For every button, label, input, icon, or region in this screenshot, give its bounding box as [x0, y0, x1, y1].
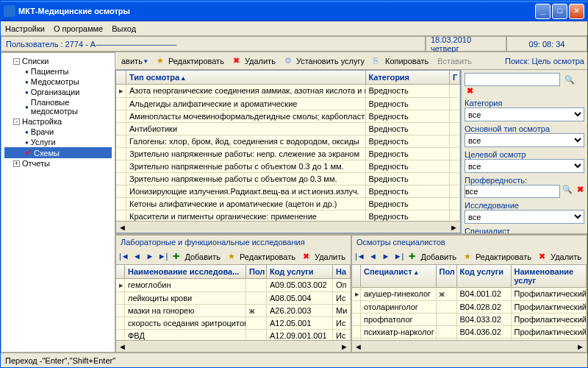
nav-last[interactable]: ►|	[157, 251, 169, 263]
table-row[interactable]: Аминопласты мочевиноформальдегидные смол…	[116, 110, 460, 123]
minimize-button[interactable]: _	[535, 4, 551, 19]
tree-reports[interactable]: +Отчеты	[4, 158, 112, 169]
table-row[interactable]: АнтибиотикиВредность	[116, 123, 460, 135]
nav-last[interactable]: ►|	[393, 251, 405, 263]
tree-plans[interactable]: ●Плановые медосмотры	[4, 97, 112, 116]
h-scrollbar[interactable]: ◄►	[116, 221, 460, 233]
spec-scrollbar[interactable]: ◄►	[352, 340, 587, 352]
table-row[interactable]: Кетоны алифатические и ароматические (ац…	[116, 198, 460, 210]
filter-target[interactable]: все	[465, 159, 584, 173]
lab-scrollbar[interactable]: ◄►	[116, 340, 351, 352]
table-row[interactable]: Альдегиды алифатические и ароматическиеВ…	[116, 98, 460, 110]
copy-button[interactable]: ⎘Копировать	[370, 55, 431, 67]
status-bar: Переход -"Enter","Shift+Enter"	[1, 353, 587, 367]
table-row[interactable]: отоларингологB04.028.02Профилактический …	[352, 301, 587, 314]
lab-add-button[interactable]: ✚Добавить	[170, 251, 223, 263]
search-icon[interactable]: 🔍	[562, 75, 577, 84]
tree-settings[interactable]: -Настройка	[4, 116, 112, 127]
user-info: Пользователь : 2774 - А——————————	[1, 36, 426, 52]
close-button[interactable]: ×	[569, 4, 584, 19]
table-row[interactable]: скорость оседания эритроцитовA12.05.001И…	[116, 317, 351, 330]
tree-patients[interactable]: ●Пациенты	[4, 66, 112, 77]
col-extra[interactable]: Г	[450, 71, 460, 84]
filter-panel: 🔍 ✖ Категория все Основной тип осмотра в…	[461, 70, 587, 233]
tree-services[interactable]: ●Услуги	[4, 137, 112, 147]
edit-button[interactable]: ★Редактировать	[154, 55, 227, 67]
main-grid: Тип осмотра ▴ Категория Г ▸Азота неорган…	[115, 70, 461, 233]
nav-first[interactable]: |◄	[118, 251, 130, 263]
filter-study[interactable]: все	[465, 210, 584, 224]
set-service-button[interactable]: ⚙Установить услугу	[282, 55, 368, 67]
filter-main-type[interactable]: все	[465, 133, 584, 147]
col-cat[interactable]: Категория	[366, 71, 451, 84]
tree-schemes[interactable]: ✔Схемы	[4, 147, 112, 158]
app-icon	[4, 5, 15, 17]
spec-del-button[interactable]: ✖Удалить	[536, 251, 584, 263]
delete-button[interactable]: ✖Удалить	[230, 55, 279, 67]
tree-orgs[interactable]: ●Организации	[4, 87, 112, 97]
menu-about[interactable]: О программе	[54, 24, 103, 33]
spec-edit-button[interactable]: ★Редактировать	[461, 251, 534, 263]
table-row[interactable]: Зрительно напряженные работы с объектом …	[116, 173, 460, 185]
menu-settings[interactable]: Настройки	[5, 24, 45, 33]
col-type[interactable]: Тип осмотра ▴	[126, 71, 366, 84]
table-row[interactable]: лейкоциты кровиA08.05.004Ис	[116, 292, 351, 305]
table-row[interactable]: мазки на гонореюжA26.20.003Ми	[116, 305, 351, 317]
nav-next[interactable]: ►	[380, 251, 392, 263]
maximize-button[interactable]: □	[552, 4, 567, 19]
table-row[interactable]: ФВДA12.09.001.001Ис	[116, 330, 351, 340]
filter-prof[interactable]	[465, 185, 560, 198]
table-row[interactable]: Галогены: хлор, бром, йод, соединения с …	[116, 135, 460, 148]
table-row[interactable]: Ионизирующие излучения.Радиакт.вещ-ва и …	[116, 185, 460, 198]
table-row[interactable]: ▸гемоглобинA09.05.003.002Оп	[116, 279, 351, 292]
spec-add-button[interactable]: ✚Добавить	[406, 251, 459, 263]
date-info: 18.03.2010 четверг	[426, 36, 506, 52]
search-input[interactable]	[465, 73, 560, 86]
menu-exit[interactable]: Выход	[112, 24, 136, 33]
clear-search-icon[interactable]: ✖	[465, 86, 476, 95]
search-label: Поиск: Цель осмотра	[505, 57, 584, 66]
paste-button[interactable]: Вставить	[434, 56, 475, 66]
nav-first[interactable]: |◄	[354, 251, 366, 263]
add-button[interactable]: авить ▾	[118, 56, 151, 66]
window-title: МКТ-Медицинские осмотры	[18, 7, 535, 15]
nav-prev[interactable]: ◄	[368, 251, 379, 263]
tree-doctors[interactable]: ●Врачи	[4, 127, 112, 137]
table-row[interactable]: Зрительно напряженные работы: непр. слеж…	[116, 148, 460, 160]
table-row[interactable]: ▸акушер-гинекологжB04.001.02Профилактиче…	[352, 288, 587, 301]
table-row[interactable]: Зрительно напряженные работы с объектом …	[116, 160, 460, 173]
table-row[interactable]: психиатр-наркологB04.036.02Профилактичес…	[352, 326, 587, 339]
sidebar-tree: -Списки ●Пациенты ●Медосмотры ●Организац…	[1, 52, 115, 353]
lab-edit-button[interactable]: ★Редактировать	[225, 251, 298, 263]
tree-lists[interactable]: -Списки	[4, 56, 112, 66]
spec-panel: Осмотры специалистов |◄ ◄ ► ►| ✚Добавить…	[351, 235, 587, 353]
prof-clear-icon[interactable]: ✖	[575, 185, 586, 198]
filter-category[interactable]: все	[465, 107, 584, 121]
table-row[interactable]: ▸Азота неорганические соединения аммиак,…	[116, 85, 460, 98]
table-row[interactable]: профпатологB04.033.02Профилактический пр	[352, 314, 587, 326]
nav-next[interactable]: ►	[144, 251, 156, 263]
time-info: 09: 08: 34	[506, 36, 587, 52]
prof-search-icon[interactable]: 🔍	[560, 185, 575, 198]
table-row[interactable]: Красители и пигменты органические: приме…	[116, 210, 460, 221]
lab-del-button[interactable]: ✖Удалить	[300, 251, 348, 263]
nav-prev[interactable]: ◄	[132, 251, 143, 263]
tree-exams[interactable]: ●Медосмотры	[4, 77, 112, 87]
lab-panel: Лабораторные и функциональные исследован…	[115, 235, 351, 353]
